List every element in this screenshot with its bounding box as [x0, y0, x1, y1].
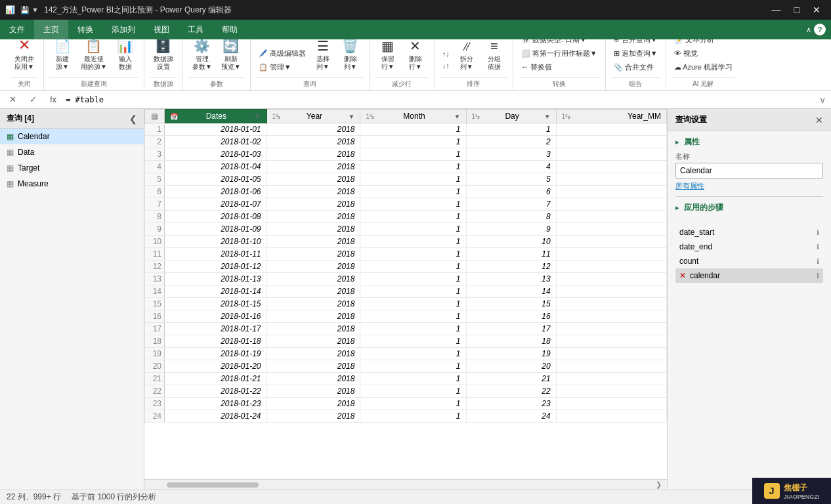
formula-confirm-button[interactable]: ✓	[26, 93, 41, 106]
choose-cols-button[interactable]: ☰ 选择列▼	[310, 39, 336, 74]
table-row: 2 2018-01-02 2018 1 2	[145, 136, 667, 148]
menu-transform[interactable]: 转换	[68, 20, 102, 39]
menu-view[interactable]: 视图	[144, 20, 179, 39]
menu-add-column[interactable]: 添加列	[102, 20, 144, 39]
col-day-filter-button[interactable]: ▼	[544, 113, 551, 120]
col-header-year[interactable]: 1²₃ Year ▼	[266, 110, 360, 123]
group-by-button[interactable]: ≡ 分组依据	[481, 39, 507, 74]
h-scrollbar-thumb[interactable]	[167, 482, 259, 488]
vision-button[interactable]: 👁 视觉	[671, 47, 735, 60]
recent-sources-button[interactable]: 📋 最近使用的源▼	[77, 39, 111, 74]
merge-file-button[interactable]: 📎 合并文件	[611, 61, 660, 74]
replace-values-button[interactable]: ↔ 替换值	[519, 61, 600, 74]
split-col-button[interactable]: ⫽ 拆分列▼	[454, 39, 480, 74]
close-button[interactable]: ✕	[807, 0, 826, 20]
merge-queries-button[interactable]: ⊕ 合并查询▼	[611, 39, 660, 46]
step-count-info-icon[interactable]: ℹ	[817, 257, 819, 266]
manage-params-label: 管理参数▼	[192, 55, 212, 71]
sidebar-toggle-button[interactable]: ❮	[129, 114, 137, 124]
formula-input[interactable]	[66, 95, 814, 104]
cell-year: 2018	[266, 173, 360, 186]
table-row: 13 2018-01-13 2018 1 13	[145, 273, 667, 285]
datasource-settings-button[interactable]: 🗄️ 数据源设置	[150, 39, 177, 74]
h-scrollbar-area: ❯	[144, 479, 667, 490]
ribbon-group-ai-label: AI 见解	[671, 77, 735, 90]
ribbon-group-reduce-items: ▦ 保留行▼ ✕ 删除行▼	[375, 39, 429, 76]
name-input[interactable]	[675, 163, 823, 178]
advanced-editor-button[interactable]: 🖊️ 高级编辑器	[256, 47, 309, 60]
ribbon-group-query-label: 查询	[256, 77, 364, 90]
azure-ml-button[interactable]: ☁ Azure 机器学习	[671, 61, 735, 74]
refresh-preview-button[interactable]: 🔄 刷新预览▼	[217, 39, 245, 74]
close-apply-button[interactable]: ✕ 关闭并应用▼	[11, 39, 38, 74]
step-date-start[interactable]: date_start ℹ	[675, 225, 823, 240]
keep-rows-button[interactable]: ▦ 保留行▼	[375, 39, 401, 74]
remove-cols-button[interactable]: 🗑️ 删除列▼	[337, 39, 364, 74]
col-header-month[interactable]: 1²₃ Month ▼	[360, 110, 466, 123]
minimize-button[interactable]: —	[767, 0, 786, 20]
right-panel-close-button[interactable]: ✕	[815, 115, 823, 125]
sidebar-item-measure[interactable]: ▦ Measure	[0, 176, 144, 192]
step-count[interactable]: count ℹ	[675, 254, 823, 268]
append-queries-button[interactable]: ⊞ 追加查询▼	[611, 47, 660, 60]
cell-day: 1	[466, 123, 556, 136]
menu-file[interactable]: 文件	[0, 20, 34, 39]
data-table-container[interactable]: ▦ 📅 Dates ▼ 1²₃ Year	[144, 109, 667, 479]
row-num: 8	[145, 211, 165, 223]
col-month-filter-button[interactable]: ▼	[454, 113, 461, 120]
menu-home[interactable]: 主页	[34, 20, 68, 39]
col-header-dates[interactable]: 📅 Dates ▼	[165, 110, 267, 123]
col-dates-filter-button[interactable]: ▼	[255, 113, 261, 120]
help-icon[interactable]: ?	[814, 24, 826, 35]
menu-tools[interactable]: 工具	[179, 20, 213, 39]
use-first-row-button[interactable]: ⬜ 将第一行用作标题▼	[519, 47, 600, 60]
row-num: 6	[145, 186, 165, 198]
input-data-button[interactable]: 📊 输入数据	[112, 39, 138, 74]
table-row: 15 2018-01-15 2018 1 15	[145, 298, 667, 310]
row-num: 24	[145, 410, 165, 423]
remove-rows-button[interactable]: ✕ 删除行▼	[402, 39, 429, 74]
cell-year-mm	[556, 335, 666, 348]
cell-month: 1	[360, 335, 466, 348]
cell-year: 2018	[266, 410, 360, 423]
step-date-end-info-icon[interactable]: ℹ	[817, 243, 819, 251]
formula-cancel-button[interactable]: ✕	[5, 93, 20, 106]
cell-month: 1	[360, 248, 466, 261]
data-type-button[interactable]: 📅 数据类型: 日期▼	[519, 39, 600, 46]
text-analytics-button[interactable]: 📝 文本分析	[671, 39, 735, 46]
cell-dates: 2018-01-07	[165, 198, 267, 211]
manage-params-button[interactable]: ⚙️ 管理参数▼	[188, 39, 216, 74]
step-date-end[interactable]: date_end ℹ	[675, 240, 823, 254]
sort-desc-button[interactable]: ↓↑	[440, 60, 452, 71]
group-by-icon: ≡	[490, 39, 498, 54]
ribbon-group-new-query: 📄 新建源▼ 📋 最近使用的源▼ 📊 输入数据 新建查询	[44, 39, 144, 90]
cell-dates: 2018-01-06	[165, 186, 267, 198]
choose-cols-icon: ☰	[317, 39, 329, 54]
sidebar-item-target[interactable]: ▦ Target	[0, 160, 144, 176]
sort-asc-button[interactable]: ↑↓	[440, 49, 452, 59]
cell-year: 2018	[266, 398, 360, 410]
collapse-ribbon[interactable]: ∧	[806, 26, 811, 34]
col-year-filter-button[interactable]: ▼	[349, 113, 355, 120]
menu-help[interactable]: 帮助	[213, 20, 247, 39]
cell-year: 2018	[266, 261, 360, 273]
col-header-year-mm[interactable]: 1²₃ Year_MM	[556, 110, 666, 123]
all-properties-link[interactable]: 所有属性	[675, 182, 704, 190]
scroll-right-btn[interactable]: ❯	[653, 480, 664, 489]
col-header-day[interactable]: 1²₃ Day ▼	[466, 110, 556, 123]
step-date-start-info-icon[interactable]: ℹ	[817, 228, 819, 237]
step-calendar-delete-button[interactable]: ✕	[679, 271, 686, 280]
cell-year-mm	[556, 310, 666, 323]
table-row: 5 2018-01-05 2018 1 5	[145, 173, 667, 186]
sidebar-item-calendar[interactable]: ▦ Calendar	[0, 129, 144, 144]
step-calendar-info-icon[interactable]: ℹ	[817, 272, 819, 280]
maximize-button[interactable]: □	[789, 0, 805, 20]
new-source-button[interactable]: 📄 新建源▼	[49, 39, 75, 74]
sidebar-item-data[interactable]: ▦ Data	[0, 144, 144, 160]
manage-button[interactable]: 📋 管理▼	[256, 61, 309, 74]
datasource-settings-label: 数据源设置	[154, 55, 173, 71]
step-calendar[interactable]: ✕ calendar ℹ	[675, 268, 823, 283]
table-row: 16 2018-01-16 2018 1 16	[145, 310, 667, 323]
table-row: 10 2018-01-10 2018 1 10	[145, 236, 667, 248]
formula-expand-button[interactable]: ∨	[819, 94, 826, 105]
